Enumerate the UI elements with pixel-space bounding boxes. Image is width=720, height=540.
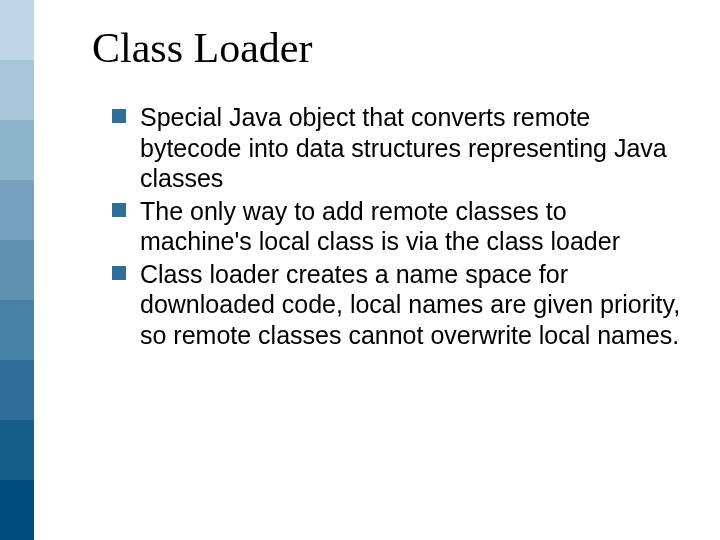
bullet-square-icon (112, 266, 126, 280)
bullet-text: Special Java object that converts remote… (140, 103, 667, 192)
bullet-list: Special Java object that converts remote… (92, 102, 682, 350)
bullet-square-icon (112, 203, 126, 217)
decorative-sidebar (0, 0, 34, 540)
list-item: Class loader creates a name space for do… (112, 259, 682, 351)
slide-title: Class Loader (92, 24, 682, 72)
bullet-square-icon (112, 109, 126, 123)
slide-content: Class Loader Special Java object that co… (92, 24, 682, 352)
bullet-text: Class loader creates a name space for do… (140, 260, 680, 349)
list-item: The only way to add remote classes to ma… (112, 196, 682, 257)
bullet-text: The only way to add remote classes to ma… (140, 197, 620, 256)
list-item: Special Java object that converts remote… (112, 102, 682, 194)
